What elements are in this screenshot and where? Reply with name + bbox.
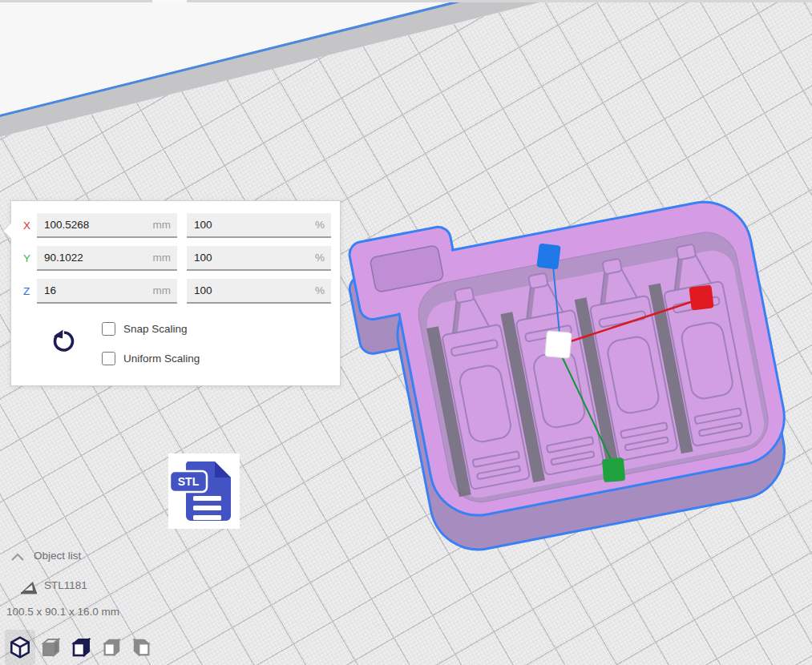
chevron-up-icon [10,551,26,562]
scale-row-x: X mm % [11,213,340,239]
view-top-button[interactable] [35,630,66,665]
axis-z-label: Z [23,285,38,297]
gizmo-z-handle[interactable] [536,244,560,270]
view-right-button[interactable] [127,630,157,665]
view-3d-icon [8,635,32,659]
x-mm-field: mm [37,213,177,238]
uniform-scaling-row: Uniform Scaling [102,350,200,366]
reset-scale-button[interactable] [48,326,80,358]
object-list-item-stl1181[interactable]: STL1181 [44,579,87,591]
camera-view-toolbar [5,630,157,665]
window-top-edge [0,0,812,2]
reset-icon [50,327,79,356]
z-percent-field: % [187,279,331,304]
view-top-icon [39,636,62,659]
view-left-button[interactable] [96,630,127,665]
x-percent-input[interactable] [187,213,331,236]
y-mm-field: mm [37,246,177,271]
view-left-icon [101,637,122,658]
y-mm-input[interactable] [37,246,177,269]
gizmo-x-handle[interactable] [689,284,713,310]
model-stl1181[interactable] [345,186,810,570]
uniform-scaling-label: Uniform Scaling [123,353,200,365]
scale-row-y: Y mm % [11,246,340,272]
view-right-icon [131,637,152,658]
gizmo-center-handle[interactable] [545,331,572,359]
z-percent-input[interactable] [187,279,331,302]
y-percent-input[interactable] [187,246,331,269]
object-list-label[interactable]: Object list [34,550,81,562]
view-3d-button[interactable] [5,630,35,665]
uniform-scaling-checkbox[interactable] [102,352,115,365]
solid-object-icon [21,580,38,594]
stl-file-icon: STL [168,453,240,529]
view-front-button[interactable] [66,630,96,665]
axis-x-label: X [23,220,38,232]
window-top-edge-gap [152,0,187,2]
snap-scaling-row: Snap Scaling [102,320,188,337]
z-mm-field: mm [37,279,177,304]
stl-file-thumbnail: STL [168,453,240,529]
y-percent-field: % [187,246,331,271]
view-front-icon [70,636,92,659]
snap-scaling-checkbox[interactable] [102,322,115,336]
x-mm-input[interactable] [37,213,177,236]
scale-tool-panel: X mm % Y mm % Z mm [10,200,341,386]
axis-y-label: Y [23,252,38,264]
z-mm-input[interactable] [37,279,177,302]
snap-scaling-label: Snap Scaling [123,323,188,335]
object-list-toggle[interactable] [10,551,26,562]
x-percent-field: % [187,213,331,238]
gizmo-y-handle[interactable] [602,457,625,482]
scale-row-z: Z mm % [11,279,340,304]
stl-badge-label: STL [178,475,200,488]
model-dimensions-readout: 100.5 x 90.1 x 16.0 mm [6,606,119,618]
cura-3d-viewport: STL X mm % Y mm [0,0,812,665]
